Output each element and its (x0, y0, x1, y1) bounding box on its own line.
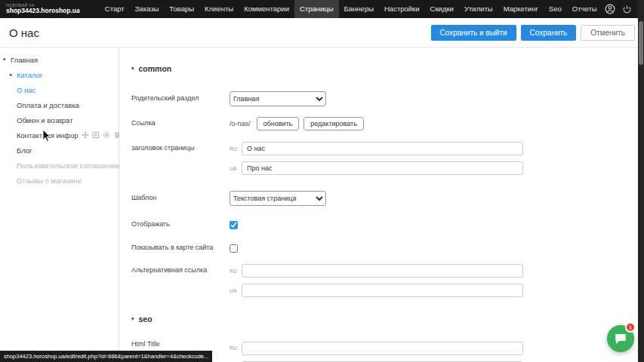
browser-status-url: shop34423.horoshop.ua/edit/edit.php?id=6… (0, 351, 212, 362)
lang-ua-label: UA (230, 288, 239, 293)
tree-item-oplata-dostavka[interactable]: Оплата и доставка (0, 97, 119, 112)
tree-item-label: Контактная инфор (17, 131, 78, 140)
link-value: /o-nas/ (230, 120, 251, 127)
lang-ru-label: RU (230, 268, 239, 274)
page-title-ru-input[interactable] (242, 142, 523, 155)
link-label: Ссылка (131, 119, 230, 127)
tree-item-label: Каталог (17, 71, 43, 79)
page-edit-form: ▾ common Родительский раздел Главная Ссы… (119, 48, 644, 362)
menu-item-seo[interactable]: Seo (544, 0, 567, 18)
tree-item-label: Обмен и возврат (17, 116, 73, 124)
chat-unread-badge: 1 (625, 322, 636, 333)
menu-item-marketing[interactable]: Маркетинг (498, 0, 544, 18)
page-title-label: заголовок страницы (131, 144, 230, 152)
settings-gear-icon[interactable] (103, 131, 110, 139)
tree-item-blog[interactable]: Блог (0, 143, 119, 158)
template-select[interactable]: Текстовая страница (230, 191, 326, 206)
link-refresh-button[interactable]: обновить (257, 117, 300, 130)
tree-item-o-nas-selected[interactable]: О нас (0, 82, 119, 97)
expand-caret-icon[interactable]: ▸ (10, 72, 13, 78)
add-subpage-icon[interactable] (92, 131, 100, 139)
scrollbar-track[interactable] (638, 0, 644, 362)
page-title-ua-input[interactable] (242, 161, 523, 175)
display-checkbox[interactable] (230, 221, 238, 229)
menu-item-start[interactable]: Старт (100, 0, 130, 18)
alt-link-label: Альтернативная ссылка (131, 266, 230, 275)
tree-item-label: Отзывы о магазине (17, 176, 82, 185)
alt-link-ru-input[interactable] (242, 264, 523, 278)
section-common-label: common (139, 64, 172, 73)
section-seo[interactable]: ▾ seo (131, 314, 644, 324)
chat-widget-button[interactable]: 1 (607, 325, 634, 352)
menu-item-clients[interactable]: Клиенты (199, 0, 239, 18)
row-page-title-ua: UA (131, 161, 644, 176)
row-link: Ссылка /o-nas/ обновить редактировать (131, 116, 644, 131)
parent-section-select[interactable]: Главная (230, 91, 326, 106)
row-page-title-ru: заголовок страницы RU (131, 141, 644, 156)
tree-item-label: О нас (17, 86, 35, 94)
link-edit-button[interactable]: редактировать (304, 117, 364, 130)
section-collapse-icon[interactable]: ▾ (131, 66, 134, 72)
menu-item-products[interactable]: Товары (164, 0, 199, 18)
row-sitemap: Показывать в карте сайта (131, 241, 644, 256)
row-alt-link-ru: Альтернативная ссылка RU (131, 263, 644, 278)
menu-item-orders[interactable]: Заказы (130, 0, 165, 18)
row-display: Отображать (131, 217, 644, 232)
tree-item-katalog[interactable]: ▸ Каталог (0, 67, 119, 82)
tree-item-hover-actions (82, 131, 121, 139)
menu-item-utilities[interactable]: Утилиты (459, 0, 498, 18)
lang-ru-label: RU (230, 345, 239, 351)
logo-domain: shop34423.horoshop.ua (6, 8, 80, 14)
lang-ru-label: RU (230, 146, 239, 152)
topbar-right (605, 4, 632, 14)
tree-item-polzovatelskoe-soglashenie[interactable]: Пользовательское соглашение (0, 158, 119, 173)
menu-item-reports[interactable]: Отчеты (567, 0, 602, 18)
cancel-button[interactable]: Отменить (581, 25, 635, 41)
page-header: О нас Сохранить и выйти Сохранить Отмени… (0, 18, 644, 48)
save-and-exit-button[interactable]: Сохранить и выйти (431, 25, 516, 41)
menu-item-pages[interactable]: Страницы (294, 0, 339, 18)
lang-ua-label: UA (230, 166, 239, 171)
menu-item-discounts[interactable]: Скидки (425, 0, 459, 18)
menu-item-comments[interactable]: Комментарии (239, 0, 294, 18)
display-label: Отображать (131, 220, 230, 229)
tree-item-label: Оплата и доставка (17, 101, 79, 109)
logo[interactable]: НОВОВИЙ V4 shop34423.horoshop.ua (6, 4, 80, 15)
row-parent-section: Родительский раздел Главная (131, 91, 644, 106)
alt-link-ua-input[interactable] (242, 284, 523, 297)
pages-tree-sidebar: ▾ Главная ▸ Каталог О нас Оплата и доста… (0, 48, 119, 362)
user-account-icon[interactable] (605, 4, 615, 14)
tree-item-kontaktnaya-info[interactable]: Контактная инфор (0, 127, 119, 143)
tree-item-glavnaya[interactable]: ▾ Главная (0, 52, 119, 67)
topbar: НОВОВИЙ V4 shop34423.horoshop.ua Старт З… (0, 0, 644, 18)
sitemap-checkbox[interactable] (230, 244, 238, 253)
tree-item-label: Пользовательское соглашение (17, 161, 120, 170)
tree-item-label: Блог (17, 146, 32, 155)
menu-item-banners[interactable]: Баннеры (339, 0, 379, 18)
tree-item-otzyvy[interactable]: Отзывы о магазине (0, 173, 119, 188)
chat-icon (614, 332, 627, 345)
parent-section-label: Родительский раздел (131, 94, 230, 103)
save-button[interactable]: Сохранить (521, 25, 577, 41)
section-common[interactable]: ▾ common (131, 64, 644, 73)
scrollbar-thumb[interactable] (639, 21, 643, 65)
row-alt-link-ua: UA (131, 283, 644, 298)
section-seo-label: seo (139, 314, 153, 324)
section-collapse-icon[interactable]: ▾ (131, 316, 134, 322)
template-label: Шаблон (131, 194, 230, 202)
tree-item-label: Главная (11, 56, 38, 64)
main-menu: Старт Заказы Товары Клиенты Комментарии … (100, 0, 602, 18)
content-area: ▾ Главная ▸ Каталог О нас Оплата и доста… (0, 48, 644, 362)
drag-move-icon[interactable] (82, 131, 89, 139)
row-template: Шаблон Текстовая страница (131, 191, 644, 206)
html-title-ru-input[interactable] (242, 342, 523, 355)
logout-power-icon[interactable] (622, 5, 632, 14)
sitemap-label: Показывать в карте сайта (131, 244, 230, 252)
collapse-caret-icon[interactable]: ▾ (3, 57, 6, 63)
tree-item-obmen-vozvrat[interactable]: Обмен и возврат (0, 112, 119, 127)
page-title: О нас (9, 26, 39, 39)
menu-item-settings[interactable]: Настройки (379, 0, 425, 18)
header-buttons: Сохранить и выйти Сохранить Отменить (431, 25, 636, 41)
